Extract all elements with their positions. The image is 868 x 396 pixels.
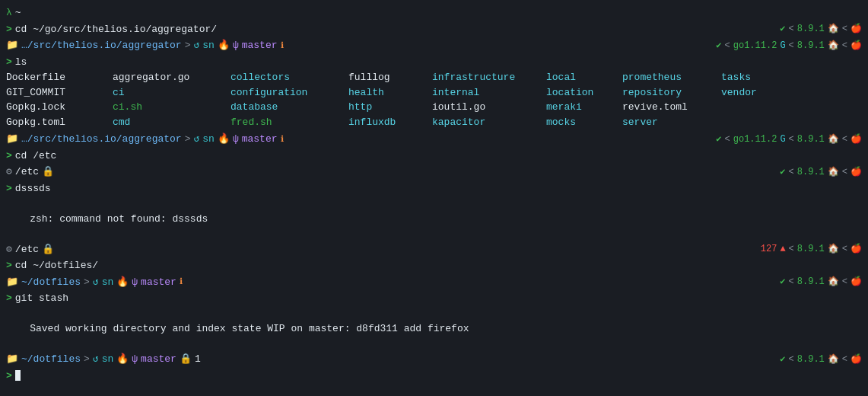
check-icon: ✔: [780, 22, 785, 36]
ls-item: tasks: [721, 70, 790, 85]
lt-9: <: [789, 165, 794, 179]
version-891: 8.9.1: [797, 22, 825, 36]
lt-5: <: [842, 39, 847, 53]
ls-item: server: [622, 115, 721, 130]
apple-icon-4: 🍎: [851, 165, 862, 179]
status-right-agg2: ✔ < go1.11.2 G < 8.9.1 🏠 < 🍎: [716, 133, 862, 146]
fire-icon: 🔥: [218, 38, 230, 53]
status-right-etc: ✔ < 8.9.1 🏠 < 🍎: [780, 165, 862, 179]
ls-item: configuration: [231, 85, 348, 101]
lt-7: <: [789, 133, 794, 146]
sn-label-4: sn: [102, 352, 114, 367]
folder-icon-2: 📁: [6, 132, 18, 147]
ls-item: meraki: [546, 100, 622, 115]
status-bar-etc-error: ⚙ /etc 🔒 127 ▲ < 8.9.1 🏠 < 🍎: [6, 241, 862, 258]
g-label: G: [780, 39, 785, 53]
fire-icon-4: 🔥: [116, 352, 129, 367]
sn-cycle-icon: ↺: [193, 38, 199, 53]
ls-item: ci: [113, 85, 231, 101]
status-left-etc: ⚙ /etc 🔒: [6, 164, 54, 180]
version-897: 8.9.1: [797, 353, 825, 366]
lt-4: <: [789, 39, 794, 53]
path-aggregator: …/src/thelios.io/aggregator: [21, 38, 182, 53]
lt-12: <: [842, 242, 847, 256]
status-bar-aggregator: 📁 …/src/thelios.io/aggregator > ↺ sn 🔥 ψ…: [6, 37, 862, 54]
lt-14: <: [842, 275, 847, 289]
fire-icon-2: 🔥: [218, 132, 230, 147]
psi-icon-2: ψ: [233, 132, 239, 147]
final-prompt-line[interactable]: >: [6, 368, 862, 385]
ls-item: location: [546, 85, 622, 101]
status-left-aggregator: 📁 …/src/thelios.io/aggregator > ↺ sn 🔥 ψ…: [6, 38, 284, 53]
prompt-arrow: >: [6, 22, 12, 37]
check-icon-3: ✔: [716, 133, 721, 146]
ls-item: vendor: [721, 85, 790, 101]
stash-count: 1: [195, 352, 201, 367]
path-aggregator-2: …/src/thelios.io/aggregator: [21, 132, 182, 147]
gear-icon: ⚙: [6, 164, 12, 180]
check-icon-6: ✔: [780, 353, 785, 366]
cd-etc-cmd: cd /etc: [15, 148, 57, 164]
status-bar-etc: ⚙ /etc 🔒 ✔ < 8.9.1 🏠 < 🍎: [6, 164, 862, 180]
ls-item: ci.sh: [113, 100, 231, 115]
status-right-dotfiles-final: ✔ < 8.9.1 🏠 < 🍎: [780, 353, 862, 366]
status-right-etc-error: 127 ▲ < 8.9.1 🏠 < 🍎: [761, 242, 862, 256]
ls-item: database: [231, 100, 348, 115]
ls-item: Gopkg.lock: [6, 100, 113, 115]
sn-label-2: sn: [202, 132, 215, 147]
sep1: >: [185, 38, 191, 53]
path-etc: /etc: [15, 164, 39, 180]
status-bar-aggregator-2: 📁 …/src/thelios.io/aggregator > ↺ sn 🔥 ψ…: [6, 131, 862, 148]
warning-triangle: ▲: [780, 242, 785, 256]
version-895: 8.9.1: [797, 242, 825, 256]
sn-label: sn: [202, 38, 215, 53]
lt-10: <: [842, 165, 847, 179]
cmd-line-dsssds: > dsssds: [6, 180, 862, 197]
prompt-arrow-4: >: [6, 181, 12, 196]
lt-13: <: [789, 275, 794, 289]
check-icon-2: ✔: [716, 39, 721, 53]
check-icon-5: ✔: [780, 275, 785, 289]
cycle-icon-2: ↺: [193, 132, 199, 147]
prompt-arrow-3: >: [6, 148, 12, 164]
version-896: 8.9.1: [797, 275, 825, 289]
gear-icon-2: ⚙: [6, 242, 12, 257]
psi-icon: ψ: [233, 38, 239, 53]
cursor-block: [15, 370, 21, 381]
apple-icon-3: 🍎: [851, 133, 862, 146]
ls-item: GIT_COMMIT: [6, 85, 113, 101]
status-bar-dotfiles-final: 📁 ~/dotfiles > ↺ sn 🔥 ψ master 🔒 1 ✔ < 8…: [6, 351, 862, 368]
ls-item: internal: [432, 85, 546, 101]
cmd-line-cd-dotfiles: > cd ~/dotfiles/: [6, 257, 862, 274]
home-icon-3: 🏠: [828, 133, 839, 146]
ls-item: collectors: [231, 70, 348, 85]
g-label-2: G: [780, 133, 785, 146]
version-893: 8.9.1: [797, 133, 825, 146]
ls-item: prometheus: [622, 70, 721, 85]
ls-item: Gopkg.toml: [6, 115, 113, 130]
branch-master-3: master: [141, 275, 176, 290]
ls-item: Dockerfile: [6, 70, 113, 85]
folder-icon-4: 📁: [6, 352, 18, 367]
path-etc-2: /etc: [15, 242, 39, 257]
ls-item: aggregator.go: [113, 70, 231, 85]
apple-icon-7: 🍎: [851, 353, 862, 366]
branch-master-4: master: [141, 352, 176, 367]
apple-icon-6: 🍎: [851, 275, 862, 289]
git-stash-cmd: git stash: [15, 291, 68, 306]
less-than-2: <: [842, 22, 847, 36]
folder-icon-3: 📁: [6, 275, 18, 290]
status-right-dotfiles: ✔ < 8.9.1 🏠 < 🍎: [780, 275, 862, 289]
cmd-line-cd-etc: > cd /etc: [6, 148, 862, 164]
ls-item: revive.toml: [622, 100, 721, 115]
ls-item: mocks: [546, 115, 622, 130]
home-icon-4: 🏠: [828, 165, 839, 179]
cycle-icon-3: ↺: [93, 275, 99, 290]
ls-item: kapacitor: [432, 115, 546, 130]
lt-15: <: [789, 353, 794, 366]
error-text: zsh: command not found: dsssds: [30, 213, 208, 225]
stash-output-text: Saved working directory and index state …: [30, 323, 469, 334]
apple-icon-2: 🍎: [851, 39, 862, 53]
status-bar-dotfiles: 📁 ~/dotfiles > ↺ sn 🔥 ψ master ℹ ✔ < 8.9…: [6, 274, 862, 291]
lt-6: <: [725, 133, 730, 146]
